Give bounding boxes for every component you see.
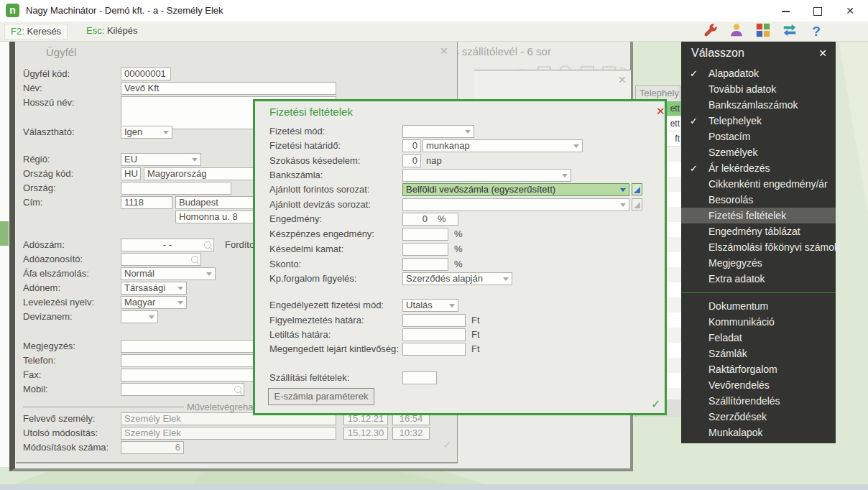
- menu-item[interactable]: Elszámolási főkönyvi számok: [681, 239, 836, 255]
- menu-item[interactable]: [681, 287, 836, 298]
- search-icon[interactable]: [204, 241, 211, 249]
- shipping-terms-field[interactable]: [402, 371, 437, 384]
- tax-number-field[interactable]: - -: [121, 239, 214, 251]
- chevron-down-icon: [562, 174, 568, 180]
- menu-item[interactable]: Szerződések: [681, 409, 836, 425]
- menu-item-label: Raktárforgalom: [708, 364, 777, 375]
- menu-item[interactable]: Kommunikáció: [681, 314, 836, 330]
- unit-label: %: [438, 213, 446, 225]
- minimize-button[interactable]: [772, 0, 798, 22]
- country-field[interactable]: [121, 182, 231, 195]
- menu-exit[interactable]: Esc: Kilépés: [80, 24, 144, 38]
- customer-name-field[interactable]: Vevő Kft: [121, 82, 336, 95]
- menu-item-label: Alapadatok: [708, 68, 759, 79]
- menu-item[interactable]: Feladat: [681, 330, 836, 346]
- einvoice-params-button[interactable]: E-számla paraméterek: [268, 388, 374, 405]
- huf-series-dropdown[interactable]: Belföldi vevőszámla (egyszerűsített): [402, 183, 629, 196]
- mobile-field[interactable]: [121, 383, 244, 396]
- menu-item[interactable]: Raktárforgalom: [681, 361, 836, 377]
- deadline-days-field[interactable]: 0: [402, 139, 421, 152]
- country-code-field[interactable]: HU: [121, 167, 141, 180]
- menu-item[interactable]: Postacím: [681, 129, 836, 144]
- field-label: Ajánlott devizás sorozat:: [269, 199, 371, 210]
- field-label: Ország kód:: [23, 168, 73, 179]
- field-label: Adóazonosító:: [23, 254, 83, 264]
- menu-item[interactable]: Számlák: [681, 346, 836, 361]
- dropdown-value: Igen: [124, 126, 142, 137]
- deadline-unit-dropdown[interactable]: munkanap: [423, 139, 583, 152]
- menu-search[interactable]: F2: Keresés: [4, 24, 68, 40]
- phone-field[interactable]: [121, 354, 254, 367]
- maximize-button[interactable]: [805, 0, 831, 22]
- discount-field[interactable]: 0%: [402, 213, 458, 226]
- warning-limit-field[interactable]: [402, 314, 466, 327]
- menu-item[interactable]: Személyek: [681, 144, 836, 160]
- left-dock-tab[interactable]: [0, 221, 9, 246]
- menu-item[interactable]: Munkalapok: [681, 425, 836, 440]
- tax-id-field[interactable]: [121, 253, 201, 266]
- menu-item[interactable]: Ár lekérdezés: [681, 160, 836, 176]
- fx-series-dropdown[interactable]: [402, 198, 629, 211]
- menu-item[interactable]: Telephelyek: [681, 113, 836, 129]
- menu-item[interactable]: Szállítórendelés: [681, 393, 836, 409]
- late-interest-field[interactable]: [402, 243, 448, 256]
- menu-item[interactable]: Engedmény táblázat: [681, 223, 836, 239]
- allowed-method-dropdown[interactable]: Utalás: [402, 299, 458, 312]
- search-icon[interactable]: [191, 256, 198, 263]
- menu-item-label: Munkalapok: [708, 427, 763, 438]
- menu-item-label: Feladat: [708, 332, 742, 343]
- sync-arrows-icon: [781, 22, 798, 38]
- allowed-overdue-field[interactable]: [402, 343, 466, 356]
- help-button[interactable]: [804, 22, 828, 40]
- dropdown-value: Normál: [124, 268, 154, 279]
- city-field[interactable]: Budapest: [175, 196, 256, 209]
- bank-account-dropdown[interactable]: [402, 169, 571, 182]
- menu-item[interactable]: Cikkenkénti engedmény/ár: [681, 176, 836, 192]
- field-label: Adónem:: [23, 282, 60, 293]
- cash-discount-field[interactable]: [402, 228, 448, 241]
- series-detail-button[interactable]: [632, 183, 642, 195]
- menu-item[interactable]: Fizetési feltételek: [681, 208, 836, 223]
- series-detail-button[interactable]: [632, 198, 642, 211]
- zip-field[interactable]: 1118: [121, 196, 172, 209]
- selectable-dropdown[interactable]: Igen: [121, 126, 172, 139]
- block-limit-field[interactable]: [402, 328, 466, 341]
- region-dropdown[interactable]: EU: [121, 153, 201, 166]
- app-logo-icon: n: [6, 4, 19, 17]
- menu-item[interactable]: Besorolás: [681, 192, 836, 208]
- usual-delay-field[interactable]: 0: [402, 154, 421, 167]
- menu-item[interactable]: Extra adatok: [681, 271, 836, 287]
- menu-item[interactable]: Dokumentum: [681, 298, 836, 314]
- customer-window-close-icon[interactable]: [440, 45, 448, 57]
- country-name-field[interactable]: Magyarország: [144, 167, 264, 180]
- field-label: Fizetési határidő:: [269, 140, 341, 151]
- fax-field[interactable]: [121, 369, 254, 382]
- user-button[interactable]: [724, 22, 749, 40]
- skonto-field[interactable]: [402, 258, 448, 271]
- sync-button[interactable]: [777, 22, 802, 40]
- street-field[interactable]: Homonna u. 8: [175, 211, 254, 223]
- search-icon[interactable]: [234, 386, 241, 393]
- tax-type-dropdown[interactable]: Társasági: [121, 282, 187, 295]
- dropdown-value: munkanap: [426, 140, 470, 151]
- menu-item[interactable]: Megjegyzés: [681, 255, 836, 271]
- payment-method-dropdown[interactable]: [402, 125, 474, 138]
- currency-dropdown[interactable]: [121, 310, 158, 323]
- customer-code-field[interactable]: 00000001: [121, 68, 171, 80]
- settings-wrench-button[interactable]: [698, 22, 722, 40]
- menu-close-icon[interactable]: [818, 41, 827, 65]
- menu-item[interactable]: Alapadatok: [681, 65, 836, 81]
- note-field[interactable]: [121, 340, 254, 353]
- menu-item[interactable]: Bankszámlaszámok: [681, 97, 836, 113]
- dialog-title: Fizetési feltételek: [269, 106, 353, 118]
- menu-item[interactable]: Vevőrendelés: [681, 377, 836, 393]
- cash-watch-dropdown[interactable]: Szerződés alapján: [402, 272, 512, 285]
- confirm-check-icon[interactable]: [651, 397, 660, 411]
- subwindow-close-icon[interactable]: [618, 73, 627, 86]
- vat-dropdown[interactable]: Normál: [121, 267, 216, 280]
- modules-button[interactable]: [751, 22, 775, 40]
- mail-language-dropdown[interactable]: Magyar: [121, 296, 187, 309]
- menu-item[interactable]: További adatok: [681, 81, 836, 97]
- close-button[interactable]: [837, 0, 863, 22]
- dialog-close-icon[interactable]: [656, 105, 665, 118]
